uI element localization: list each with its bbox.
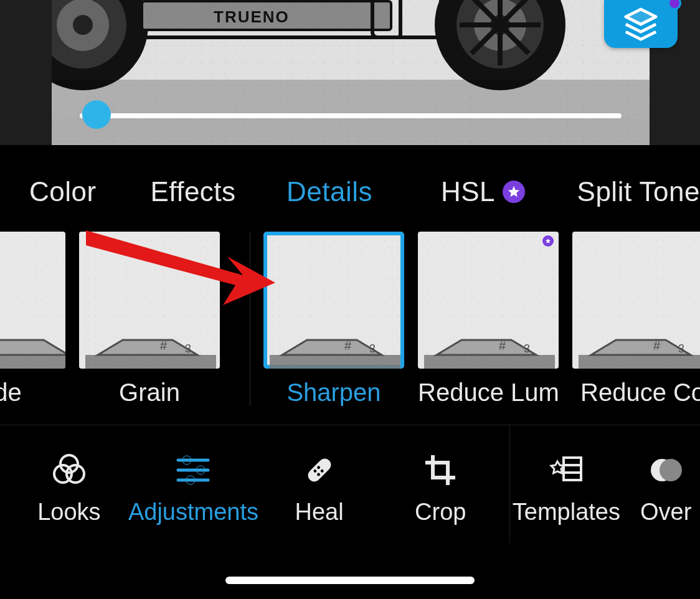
overlays-icon <box>650 453 682 488</box>
svg-point-37 <box>60 455 78 473</box>
svg-point-39 <box>67 465 84 483</box>
bandage-icon <box>302 453 337 488</box>
templates-icon <box>547 453 585 488</box>
svg-text:#: # <box>344 339 352 352</box>
tool-adjustments[interactable]: Adjustments <box>128 453 259 526</box>
app-root: TRUENO Color Effects Details HSL <box>0 0 700 599</box>
svg-text:3: 3 <box>185 342 191 355</box>
toolbar-separator <box>0 425 700 425</box>
tab-effects[interactable]: Effects <box>150 176 286 207</box>
svg-marker-29 <box>546 238 551 243</box>
tool-heal-label: Heal <box>295 499 344 526</box>
svg-text:3: 3 <box>678 342 684 355</box>
adjustment-slider[interactable] <box>80 109 622 121</box>
svg-rect-33 <box>579 355 700 369</box>
premium-star-icon <box>542 235 554 247</box>
layers-button[interactable] <box>604 0 678 48</box>
svg-rect-30 <box>424 355 555 369</box>
svg-text:3: 3 <box>369 342 376 355</box>
svg-text:3: 3 <box>524 342 530 355</box>
tool-templates[interactable]: Templates <box>501 453 632 526</box>
svg-rect-26 <box>270 355 400 369</box>
thumb-reduce-lumina-label: Reduce Lumina <box>418 379 559 406</box>
premium-star-icon <box>503 181 525 203</box>
tab-details[interactable]: Details <box>286 176 441 207</box>
crop-icon <box>423 453 458 488</box>
home-indicator[interactable] <box>225 577 475 584</box>
thumb-sharpen-label: Sharpen <box>286 379 381 406</box>
looks-icon <box>52 453 87 488</box>
thumb-de-label: de <box>0 379 22 406</box>
tab-split-tone[interactable]: Split Tone <box>577 176 700 207</box>
tool-adjustments-label: Adjustments <box>128 499 258 526</box>
bottom-toolbar: Looks Adjustments Heal Crop Templates <box>0 436 700 542</box>
svg-marker-21 <box>508 186 519 197</box>
svg-text:#: # <box>160 339 168 352</box>
thumb-reduce-color[interactable]: #3 Reduce Colo <box>572 232 700 406</box>
adjustment-category-tabs: Color Effects Details HSL Split Tone <box>0 171 700 212</box>
tab-hsl[interactable]: HSL <box>441 176 577 207</box>
tool-overlays[interactable]: Over <box>631 453 700 526</box>
sliders-icon <box>174 453 212 488</box>
tool-overlays-label: Over <box>640 499 691 526</box>
svg-point-55 <box>660 459 682 481</box>
svg-rect-22 <box>0 355 65 369</box>
tool-crop[interactable]: Crop <box>380 453 501 526</box>
thumb-reduce-color-label: Reduce Colo <box>580 379 700 406</box>
svg-marker-20 <box>626 9 656 24</box>
svg-rect-46 <box>305 456 333 484</box>
tool-looks-label: Looks <box>37 499 100 526</box>
thumb-grain[interactable]: #3 Grain <box>79 232 220 406</box>
slider-thumb[interactable] <box>82 100 111 129</box>
tab-hsl-label: HSL <box>441 176 495 207</box>
svg-text:#: # <box>499 339 506 352</box>
thumb-reduce-luminance[interactable]: #3 Reduce Lumina <box>418 232 559 406</box>
image-preview[interactable]: TRUENO <box>52 0 650 145</box>
slider-track <box>80 113 622 118</box>
tool-crop-label: Crop <box>415 499 466 526</box>
svg-rect-51 <box>564 458 581 480</box>
svg-text:#: # <box>653 339 661 352</box>
layers-icon <box>623 6 659 42</box>
tab-color[interactable]: Color <box>29 176 150 207</box>
tool-looks[interactable]: Looks <box>10 453 128 526</box>
thumb-de[interactable]: de <box>0 232 65 406</box>
svg-rect-23 <box>85 355 216 369</box>
thumb-sharpen[interactable]: #3 Sharpen <box>263 232 404 406</box>
tool-heal[interactable]: Heal <box>258 453 380 526</box>
thumb-grain-label: Grain <box>119 379 180 406</box>
details-thumbnails[interactable]: de #3 Grain #3 Sharpen #3 Reduce Lumina … <box>0 232 700 406</box>
tool-templates-label: Templates <box>513 499 620 526</box>
